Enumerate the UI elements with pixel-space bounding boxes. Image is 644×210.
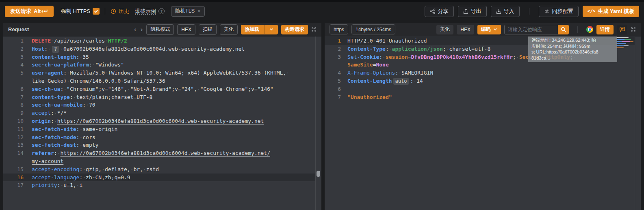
toolbar-right-group: 分享 导出 导入 同步配置 </> 生成 Yaml 模板 bbox=[425, 6, 639, 17]
request-beautify-button[interactable]: 美化 bbox=[220, 24, 238, 35]
scan-button[interactable]: 扫描 bbox=[199, 24, 217, 35]
sync-config-button[interactable]: 同步配置 bbox=[539, 6, 579, 17]
history-label: 历史 bbox=[119, 8, 129, 15]
code-line[interactable]: 16accept-language:·zh-CN,zh;q=0.9 bbox=[3, 174, 316, 182]
code-line[interactable]: 13sec-fetch-dest:·empty bbox=[3, 141, 316, 149]
blast-example-link[interactable]: 爆破示例 ? bbox=[135, 8, 165, 15]
line-content: X-Frame-Options:·SAMEORIGIN bbox=[341, 69, 635, 77]
force-https-toggle[interactable]: 强制 HTTPS bbox=[61, 8, 100, 15]
fullscreen-icon[interactable] bbox=[311, 27, 317, 32]
code-line[interactable]: 3content-length:·35 bbox=[3, 53, 316, 61]
line-number: 14 bbox=[3, 149, 24, 165]
send-request-shortcut: Alt+↵ bbox=[34, 8, 48, 14]
hot-reload-label: 热加载 bbox=[245, 26, 259, 33]
hot-reload-button[interactable]: 热加载 bbox=[241, 25, 278, 34]
line-number: 2 bbox=[3, 45, 24, 53]
request-hex-button[interactable]: HEX bbox=[177, 24, 195, 35]
line-content: sec-ch-ua-platform:·"Windows" bbox=[24, 61, 316, 69]
code-line[interactable]: 14referer:·https://0a67002b0346efa881d3c… bbox=[3, 149, 316, 165]
response-scrollbar[interactable] bbox=[635, 36, 641, 210]
line-content: content-length:·35 bbox=[24, 53, 316, 61]
code-line[interactable]: 1DELETE·/api/user/carlos·HTTP/2 bbox=[3, 37, 316, 45]
send-request-button[interactable]: 发送请求 Alt+↵ bbox=[5, 6, 54, 17]
toolbar-separator bbox=[529, 8, 529, 15]
minimap[interactable] bbox=[616, 37, 634, 58]
line-number: 7 bbox=[3, 93, 24, 101]
export-label: 导出 bbox=[471, 8, 481, 15]
export-button[interactable]: 导出 bbox=[458, 6, 487, 17]
line-content: priority:·u=1,·i bbox=[24, 181, 316, 189]
construct-request-button[interactable]: 构造请求 bbox=[281, 25, 308, 34]
history-button[interactable]: 历史 bbox=[111, 8, 129, 15]
chrome-icon[interactable] bbox=[586, 26, 593, 33]
code-line[interactable]: 6 bbox=[325, 85, 635, 93]
response-panel: https 14bytes / 254ms 美化 HEX 编码 bbox=[325, 23, 641, 210]
protocol-badge[interactable]: https bbox=[330, 24, 348, 34]
share-icon bbox=[430, 9, 436, 14]
encode-dropdown-button[interactable]: 编码 bbox=[477, 25, 501, 34]
request-scrollbar-thumb[interactable] bbox=[317, 171, 320, 177]
generate-yaml-button[interactable]: </> 生成 Yaml 模板 bbox=[583, 6, 639, 17]
line-content: user-agent:·Mozilla/5.0·(Windows·NT·10.0… bbox=[24, 69, 316, 85]
chevron-down-icon[interactable] bbox=[267, 28, 274, 31]
code-line[interactable]: 7"Unauthorized" bbox=[325, 93, 635, 101]
chevron-left-icon[interactable]: ‹ bbox=[134, 26, 137, 33]
details-button[interactable]: 详情 bbox=[596, 25, 614, 34]
request-panel-header: Request ‹ › 隐私模式 HEX 扫描 美化 热加载 构造 bbox=[3, 23, 321, 36]
line-content bbox=[341, 85, 635, 93]
response-panel-header: https 14bytes / 254ms 美化 HEX 编码 bbox=[325, 23, 641, 36]
line-number: 4 bbox=[325, 69, 341, 77]
request-editor[interactable]: 1DELETE·/api/user/carlos·HTTP/22Host:·?·… bbox=[3, 36, 321, 210]
close-icon[interactable]: × bbox=[197, 8, 201, 14]
force-https-checkbox[interactable] bbox=[93, 8, 100, 15]
code-line[interactable]: 6sec-ch-ua:·"Chromium";v="146",·"Not-A.B… bbox=[3, 85, 316, 93]
fullscreen-icon[interactable] bbox=[631, 27, 636, 32]
line-content: sec-fetch-site:·same-origin bbox=[24, 125, 316, 133]
search-icon[interactable] bbox=[558, 25, 569, 34]
chevron-right-icon[interactable]: › bbox=[140, 26, 143, 33]
code-line[interactable]: 4sec-ch-ua-platform:·"Windows" bbox=[3, 61, 316, 69]
response-hex-button[interactable]: HEX bbox=[457, 25, 474, 34]
line-number: 17 bbox=[3, 181, 24, 189]
line-number: 5 bbox=[325, 77, 341, 85]
random-tls-chip[interactable]: 随机TLS × bbox=[171, 6, 205, 17]
request-code: 1DELETE·/api/user/carlos·HTTP/22Host:·?·… bbox=[3, 37, 316, 210]
minimap-line bbox=[616, 43, 626, 44]
random-tls-label: 随机TLS bbox=[175, 8, 195, 15]
response-search-input[interactable] bbox=[504, 25, 558, 34]
request-scrollbar[interactable] bbox=[315, 36, 321, 210]
generate-yaml-label: 生成 Yaml 模板 bbox=[598, 8, 634, 15]
code-line[interactable]: 5user-agent:·Mozilla/5.0·(Windows·NT·10.… bbox=[3, 69, 316, 85]
line-number: 16 bbox=[3, 174, 24, 182]
code-line[interactable]: 11sec-fetch-site:·same-origin bbox=[3, 125, 316, 133]
line-number: 6 bbox=[325, 85, 341, 93]
code-line[interactable]: 5Content-Lengthauto:·14 bbox=[325, 77, 635, 85]
tooltip-line: 81d3ca… bbox=[531, 55, 614, 61]
code-line[interactable]: 17priority:·u=1,·i bbox=[3, 181, 316, 189]
help-icon[interactable]: ? bbox=[158, 8, 165, 14]
line-content: Host:·?·0a67002b0346efa881d3ca0d00c6004d… bbox=[24, 45, 316, 53]
code-line[interactable]: 15accept-encoding:·gzip,·deflate,·br,·zs… bbox=[3, 165, 316, 174]
code-line[interactable]: 10origin:·https://0a67002b0346efa881d3ca… bbox=[3, 117, 316, 125]
line-content: "Unauthorized" bbox=[341, 93, 635, 101]
response-editor[interactable]: 1HTTP/2.0·401·Unauthorized2Content-Type:… bbox=[325, 36, 641, 210]
code-line[interactable]: 2Host:·?·0a67002b0346efa881d3ca0d00c6004… bbox=[3, 45, 316, 53]
response-info-tooltip: 远端地址: 34.246.129.62:443; 响应时间: 254ms; 总耗… bbox=[528, 36, 617, 62]
line-number: 2 bbox=[325, 45, 341, 53]
line-number: 12 bbox=[3, 133, 24, 141]
code-line[interactable]: 12sec-fetch-mode:·cors bbox=[3, 133, 316, 141]
response-header-actions: 美化 HEX 编码 详情 bbox=[436, 25, 636, 34]
code-line[interactable]: 8sec-ch-ua-mobile:·?0 bbox=[3, 101, 316, 109]
feedback-icon[interactable] bbox=[617, 25, 627, 34]
import-button[interactable]: 导入 bbox=[491, 6, 520, 17]
code-line[interactable]: 9accept:·*/* bbox=[3, 109, 316, 117]
code-line[interactable]: 7content-type:·text/plain;charset=UTF-8 bbox=[3, 93, 316, 101]
privacy-mode-button[interactable]: 隐私模式 bbox=[146, 24, 174, 35]
minimap-line bbox=[616, 39, 631, 40]
response-beautify-button[interactable]: 美化 bbox=[436, 25, 453, 34]
code-line[interactable]: 4X-Frame-Options:·SAMEORIGIN bbox=[325, 69, 635, 77]
button-divider bbox=[265, 25, 265, 34]
share-button[interactable]: 分享 bbox=[425, 6, 454, 17]
blast-example-label: 爆破示例 bbox=[135, 8, 156, 15]
line-content: accept-encoding:·gzip,·deflate,·br,·zstd bbox=[24, 165, 316, 174]
